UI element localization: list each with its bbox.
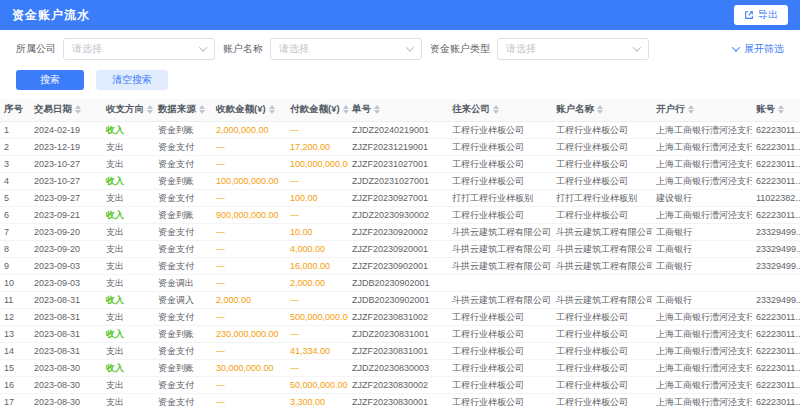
cell-no: 2 [0, 138, 30, 155]
column-label: 付款金额(¥) [290, 103, 340, 116]
table-row[interactable]: 22023-12-19支出资金支付---17,200.00ZJZF2023121… [0, 138, 800, 155]
cell-no: 5 [0, 189, 30, 206]
cell-direction: 支出 [102, 240, 154, 257]
sort-icon[interactable] [688, 105, 694, 114]
cell-account: 工程行业样板公司 [552, 325, 652, 342]
cell-source: 资金到账 [154, 325, 212, 342]
filter-account-type: 资金账户类型 请选择 [430, 38, 649, 60]
cell-pay: 100,000,000.00 [286, 155, 348, 172]
clear-search-button[interactable]: 清空搜索 [96, 70, 168, 90]
table-row[interactable]: 12024-02-19收入资金到账2,000,000.00---ZJDZ2024… [0, 121, 800, 138]
export-button[interactable]: 导出 [734, 5, 788, 25]
table-row[interactable]: 132023-08-31收入资金到账230,000,000.00---ZJDZ2… [0, 325, 800, 342]
cell-account: 斗拱云建筑工程有限公司 [552, 223, 652, 240]
table-row[interactable]: 82023-09-20支出资金支付---4,000.00ZJZF20230920… [0, 240, 800, 257]
cell-account: 斗拱云建筑工程有限公司 [552, 257, 652, 274]
sort-icon[interactable] [343, 105, 348, 114]
table-row[interactable]: 72023-09-20支出资金支付---10.00ZJZF20230920002… [0, 223, 800, 240]
sort-icon[interactable] [269, 105, 275, 114]
column-header-source[interactable]: 数据来源 [154, 99, 212, 121]
cell-receive: 230,000,000.00 [212, 325, 286, 342]
cell-counterparty: 工程行业样板公司 [448, 121, 552, 138]
cell-order: ZJZF20230920002 [348, 223, 448, 240]
account-type-select[interactable]: 请选择 [497, 38, 649, 60]
table-row[interactable]: 142023-08-31支出资金支付---41,334.00ZJZF202308… [0, 342, 800, 359]
table-row[interactable]: 62023-09-21收入资金到账900,000,000.00---ZJDZ20… [0, 206, 800, 223]
cell-account: 工程行业样板公司 [552, 138, 652, 155]
sort-icon[interactable] [75, 105, 81, 114]
cell-date: 2023-08-30 [30, 393, 102, 409]
table-row[interactable]: 152023-08-30收入资金到账30,000,000.00---ZJDZ20… [0, 359, 800, 376]
cell-direction: 支出 [102, 376, 154, 393]
cell-account_no: 62223011... [752, 172, 800, 189]
column-label: 序号 [4, 103, 23, 116]
account-type-filter-label: 资金账户类型 [430, 42, 490, 56]
cell-direction: 收入 [102, 359, 154, 376]
account-name-select[interactable]: 请选择 [270, 38, 422, 60]
sort-icon[interactable] [597, 105, 603, 114]
table-row[interactable]: 112023-08-31收入资金调入2,000.00---ZJDB2023090… [0, 291, 800, 308]
cell-receive: 900,000,000.00 [212, 206, 286, 223]
column-header-pay[interactable]: 付款金额(¥) [286, 99, 348, 121]
column-header-bank[interactable]: 开户行 [652, 99, 752, 121]
cell-pay: 16,000.00 [286, 257, 348, 274]
cell-counterparty: 工程行业样板公司 [448, 308, 552, 325]
account-type-select-placeholder: 请选择 [506, 42, 536, 56]
sort-icon[interactable] [147, 105, 153, 114]
column-header-account[interactable]: 账户名称 [552, 99, 652, 121]
cell-direction: 收入 [102, 291, 154, 308]
table-row[interactable]: 52023-09-27支出资金支付---100.00ZJZF2023092700… [0, 189, 800, 206]
sort-icon[interactable] [778, 105, 784, 114]
table-row[interactable]: 42023-10-27收入资金到账100,000,000.00---ZJDZ20… [0, 172, 800, 189]
filter-bar: 所属公司 请选择 账户名称 请选择 资金账户类型 请选择 展开筛选 [0, 30, 800, 64]
cell-pay: --- [286, 291, 348, 308]
cell-account: 工程行业样板公司 [552, 376, 652, 393]
cell-receive: --- [212, 393, 286, 409]
sort-icon[interactable] [493, 105, 499, 114]
column-header-date[interactable]: 交易日期 [30, 99, 102, 121]
company-select[interactable]: 请选择 [63, 38, 215, 60]
expand-filter-button[interactable]: 展开筛选 [733, 42, 788, 56]
cell-order: ZJZF20230927001 [348, 189, 448, 206]
cell-account_no: 62223011... [752, 342, 800, 359]
sort-icon[interactable] [374, 105, 380, 114]
cell-no: 3 [0, 155, 30, 172]
table-row[interactable]: 32023-10-27支出资金支付---100,000,000.00ZJZF20… [0, 155, 800, 172]
cell-source: 资金到账 [154, 121, 212, 138]
company-filter-label: 所属公司 [16, 42, 56, 56]
chevron-down-icon [732, 43, 740, 51]
fund-account-flow-page: 资金账户流水 导出 所属公司 请选择 账户名称 请选择 [0, 0, 800, 409]
cell-counterparty: 斗拱云建筑工程有限公司 [448, 257, 552, 274]
cell-order: ZJDZ20230930002 [348, 206, 448, 223]
column-label: 收支方向 [106, 103, 144, 116]
cell-order: ZJZF20231219001 [348, 138, 448, 155]
column-header-order[interactable]: 单号 [348, 99, 448, 121]
cell-bank: 上海工商银行漕河泾支行 [652, 308, 752, 325]
sort-icon[interactable] [199, 105, 205, 114]
cell-order: ZJDZ20231027001 [348, 172, 448, 189]
column-header-receive[interactable]: 收款金额(¥) [212, 99, 286, 121]
chevron-down-icon [633, 43, 641, 51]
table-row[interactable]: 92023-09-03支出资金支付---16,000.00ZJZF2023090… [0, 257, 800, 274]
column-header-direction[interactable]: 收支方向 [102, 99, 154, 121]
cell-date: 2023-09-27 [30, 189, 102, 206]
cell-direction: 收入 [102, 121, 154, 138]
cell-pay: 100.00 [286, 189, 348, 206]
cell-bank: 工商银行 [652, 240, 752, 257]
column-header-counterparty[interactable]: 往来公司 [448, 99, 552, 121]
cell-no: 6 [0, 206, 30, 223]
table-row[interactable]: 122023-08-31支出资金支付---500,000,000.00ZJZF2… [0, 308, 800, 325]
table-row[interactable]: 162023-08-30支出资金支付---50,000,000.00ZJZF20… [0, 376, 800, 393]
search-button[interactable]: 搜索 [16, 70, 84, 90]
cell-pay: 17,200.00 [286, 138, 348, 155]
cell-pay: --- [286, 121, 348, 138]
column-header-account_no[interactable]: 账号 [752, 99, 800, 121]
cell-no: 13 [0, 325, 30, 342]
cell-bank: 建设银行 [652, 189, 752, 206]
cell-account: 工程行业样板公司 [552, 172, 652, 189]
table-header-row: 序号交易日期收支方向数据来源收款金额(¥)付款金额(¥)单号往来公司账户名称开户… [0, 99, 800, 121]
table-row[interactable]: 102023-09-03支出资金调出---2,000.00ZJDB2023090… [0, 274, 800, 291]
cell-receive: --- [212, 138, 286, 155]
cell-bank: 上海工商银行漕河泾支行 [652, 138, 752, 155]
table-row[interactable]: 172023-08-30支出资金支付---3,300.00ZJZF2023083… [0, 393, 800, 409]
